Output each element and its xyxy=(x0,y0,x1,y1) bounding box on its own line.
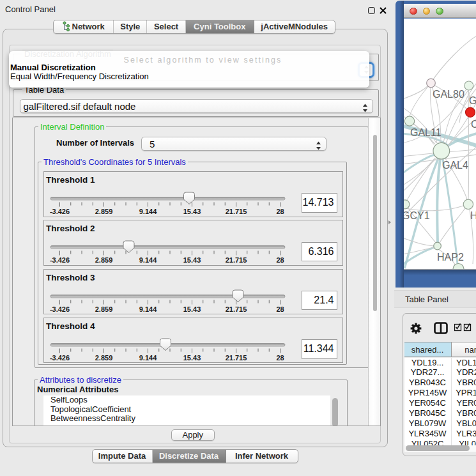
svg-text:28: 28 xyxy=(276,256,284,264)
svg-text:GCY1: GCY1 xyxy=(404,210,430,221)
svg-text:H: H xyxy=(470,210,476,221)
svg-text:9.144: 9.144 xyxy=(139,208,157,215)
svg-text:GA: GA xyxy=(469,95,476,106)
svg-text:15.43: 15.43 xyxy=(183,354,201,362)
svg-text:21.715: 21.715 xyxy=(226,256,247,264)
svg-text:-3.426: -3.426 xyxy=(50,305,70,313)
svg-text:-3.426: -3.426 xyxy=(50,354,70,362)
svg-text:HAP2: HAP2 xyxy=(437,252,464,263)
svg-text:9.144: 9.144 xyxy=(139,354,157,362)
svg-text:2.859: 2.859 xyxy=(95,208,113,215)
svg-text:2.859: 2.859 xyxy=(95,305,113,313)
svg-text:28: 28 xyxy=(276,208,284,215)
svg-text:21.715: 21.715 xyxy=(226,354,247,362)
svg-text:-3.426: -3.426 xyxy=(50,256,70,264)
svg-text:GAL11: GAL11 xyxy=(410,127,441,138)
svg-text:15.43: 15.43 xyxy=(183,208,201,215)
svg-text:21.715: 21.715 xyxy=(226,305,247,313)
svg-text:GAL80: GAL80 xyxy=(433,89,464,100)
svg-text:15.43: 15.43 xyxy=(183,256,201,264)
svg-text:9.144: 9.144 xyxy=(139,305,157,313)
svg-text:15.43: 15.43 xyxy=(183,305,201,313)
svg-text:9.144: 9.144 xyxy=(139,256,157,264)
svg-text:21.715: 21.715 xyxy=(226,208,247,215)
svg-text:GAL4: GAL4 xyxy=(442,160,468,171)
svg-text:28: 28 xyxy=(276,305,284,313)
svg-text:28: 28 xyxy=(276,354,284,362)
svg-text:2.859: 2.859 xyxy=(95,354,113,362)
svg-text:C: C xyxy=(471,119,476,130)
svg-text:-3.426: -3.426 xyxy=(50,208,70,215)
svg-text:2.859: 2.859 xyxy=(95,256,113,264)
